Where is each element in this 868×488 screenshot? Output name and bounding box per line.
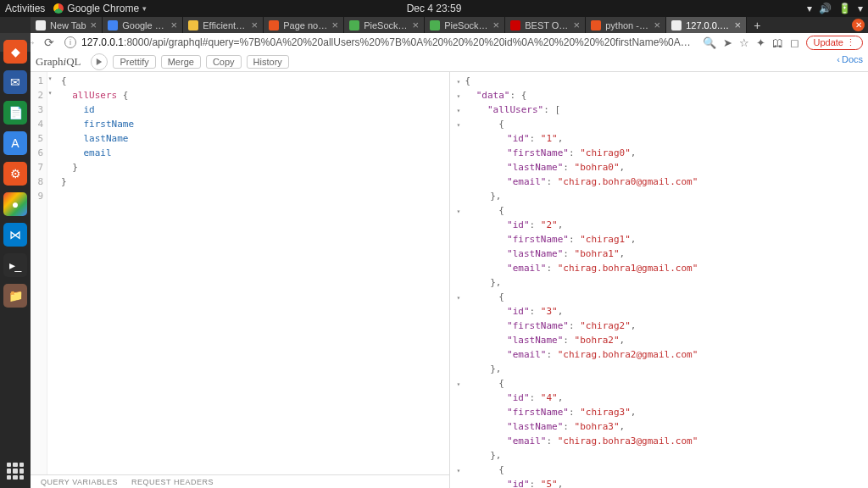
- tab-label: Google Chro: [122, 20, 166, 30]
- extensions-icon[interactable]: ✦: [756, 36, 765, 49]
- kebab-icon: ⋮: [846, 37, 855, 48]
- page-content: GraphiQL PrettifyMergeCopyHistory ‹ Docs…: [31, 52, 868, 488]
- url-text: 127.0.0.1:8000/api/graphql#query=%7B%0A%…: [81, 36, 694, 48]
- close-icon[interactable]: ×: [252, 19, 259, 31]
- favicon: [108, 20, 118, 30]
- browser-tab[interactable]: Page not fou ×: [264, 17, 344, 33]
- dock-app-vscode[interactable]: ⋈: [3, 223, 27, 247]
- battery-icon[interactable]: 🔋: [838, 3, 851, 14]
- dock-app-thunderbird[interactable]: ✉: [3, 70, 27, 94]
- merge-button[interactable]: Merge: [161, 55, 201, 69]
- tab-label: Page not fou: [283, 20, 327, 30]
- close-icon[interactable]: ×: [654, 19, 661, 31]
- docs-button[interactable]: ‹ Docs: [837, 54, 863, 64]
- app-label: Google Chrome: [67, 3, 139, 14]
- tab-label: PieSocket We: [364, 20, 408, 30]
- dock-app-settings[interactable]: ⚙: [3, 162, 27, 186]
- browser-tab[interactable]: PieSocket We ×: [425, 17, 505, 33]
- close-icon[interactable]: ×: [574, 19, 581, 31]
- close-icon[interactable]: ×: [171, 19, 178, 31]
- chrome-icon: [53, 3, 64, 14]
- browser-tab[interactable]: New Tab ×: [31, 17, 103, 33]
- dock-app-writer[interactable]: 📄: [3, 101, 27, 125]
- browser-tab[interactable]: 127.0.0.1:800 ×: [666, 17, 747, 33]
- chevron-left-icon: ‹: [837, 54, 840, 64]
- result-pane: ▾{▾ "data": {▾ "allUsers": [▾ { "id": "1…: [450, 72, 869, 488]
- reading-list-icon[interactable]: 🕮: [772, 36, 783, 49]
- update-button[interactable]: Update⋮: [806, 36, 863, 50]
- close-icon[interactable]: ×: [332, 19, 339, 31]
- share-icon[interactable]: ➤: [723, 36, 732, 49]
- dock-app-chrome[interactable]: ●: [3, 192, 27, 216]
- launcher-dock: ◆ ✉ 📄 A ⚙ ● ⋈ ▸_ 📁: [0, 33, 31, 488]
- show-applications-button[interactable]: [7, 463, 24, 480]
- favicon: [36, 20, 46, 30]
- graphiql-title: GraphiQL: [36, 55, 81, 69]
- url-field[interactable]: i 127.0.0.1:8000/api/graphql#query=%7B%0…: [61, 36, 698, 48]
- activities-button[interactable]: Activities: [5, 3, 45, 14]
- favicon: [188, 20, 198, 30]
- query-editor-pane: 123456789 { allUsers { id firstName last…: [31, 72, 450, 488]
- dock-app-folder[interactable]: 📁: [3, 284, 27, 308]
- profile-icon[interactable]: ◻: [790, 36, 799, 49]
- active-app-indicator[interactable]: Google Chrome ▾: [53, 3, 147, 14]
- browser-tab[interactable]: BEST OF KIS ×: [505, 17, 586, 33]
- tab-label: PieSocket We: [444, 20, 488, 30]
- graphiql-toolbar: GraphiQL PrettifyMergeCopyHistory ‹ Docs: [31, 52, 868, 72]
- clock[interactable]: Dec 4 23:59: [407, 3, 462, 14]
- volume-icon[interactable]: 🔊: [819, 3, 832, 14]
- dock-app-software[interactable]: A: [3, 131, 27, 155]
- browser-tab[interactable]: Google Chro ×: [103, 17, 183, 33]
- tab-query-variables[interactable]: QUERY VARIABLES: [41, 478, 118, 486]
- favicon: [269, 20, 279, 30]
- dock-app-files[interactable]: ◆: [3, 40, 27, 64]
- site-info-icon[interactable]: i: [64, 36, 76, 48]
- network-icon[interactable]: ▾: [807, 3, 812, 14]
- browser-tab-bar: New Tab × Google Chro × Efficient Pag × …: [0, 17, 868, 33]
- editor-bottom-tabs: QUERY VARIABLES REQUEST HEADERS: [31, 474, 449, 488]
- tab-label: Efficient Pag: [203, 20, 247, 30]
- browser-tab[interactable]: PieSocket We ×: [344, 17, 425, 33]
- close-icon[interactable]: ×: [493, 19, 500, 31]
- dock-app-terminal[interactable]: ▸_: [3, 253, 27, 277]
- prettify-button[interactable]: Prettify: [113, 55, 155, 69]
- favicon: [430, 20, 440, 30]
- tab-label: New Tab: [50, 20, 86, 30]
- power-menu-icon[interactable]: ▾: [858, 3, 863, 14]
- result-viewer[interactable]: ▾{▾ "data": {▾ "allUsers": [▾ { "id": "1…: [450, 72, 869, 488]
- reload-button[interactable]: ⟳: [42, 36, 56, 49]
- close-icon[interactable]: ×: [91, 19, 97, 31]
- history-button[interactable]: History: [247, 55, 289, 69]
- new-tab-button[interactable]: +: [747, 17, 767, 33]
- tab-label: 127.0.0.1:800: [686, 20, 730, 30]
- browser-tab[interactable]: Efficient Pag ×: [183, 17, 264, 33]
- favicon: [510, 20, 520, 30]
- system-top-bar: Activities Google Chrome ▾ Dec 4 23:59 ▾…: [0, 0, 868, 17]
- tab-label: BEST OF KIS: [525, 20, 569, 30]
- graphiql-panes: 123456789 { allUsers { id firstName last…: [31, 72, 868, 488]
- close-icon[interactable]: ×: [413, 19, 420, 31]
- chevron-down-icon: ▾: [142, 4, 147, 13]
- execute-query-button[interactable]: [91, 53, 108, 70]
- bookmark-icon[interactable]: ☆: [739, 36, 749, 49]
- tab-label: python - Date: [605, 20, 649, 30]
- query-editor[interactable]: 123456789 { allUsers { id firstName last…: [31, 72, 449, 474]
- close-icon[interactable]: ×: [735, 19, 742, 31]
- address-bar: ← → ⟳ i 127.0.0.1:8000/api/graphql#query…: [0, 33, 868, 52]
- favicon: [349, 20, 359, 30]
- favicon: [671, 20, 682, 30]
- search-icon[interactable]: 🔍: [703, 36, 716, 49]
- tab-request-headers[interactable]: REQUEST HEADERS: [131, 478, 214, 486]
- favicon: [591, 20, 601, 30]
- copy-button[interactable]: Copy: [206, 55, 242, 69]
- browser-tab[interactable]: python - Date ×: [586, 17, 666, 33]
- window-close-button[interactable]: ✕: [852, 19, 865, 31]
